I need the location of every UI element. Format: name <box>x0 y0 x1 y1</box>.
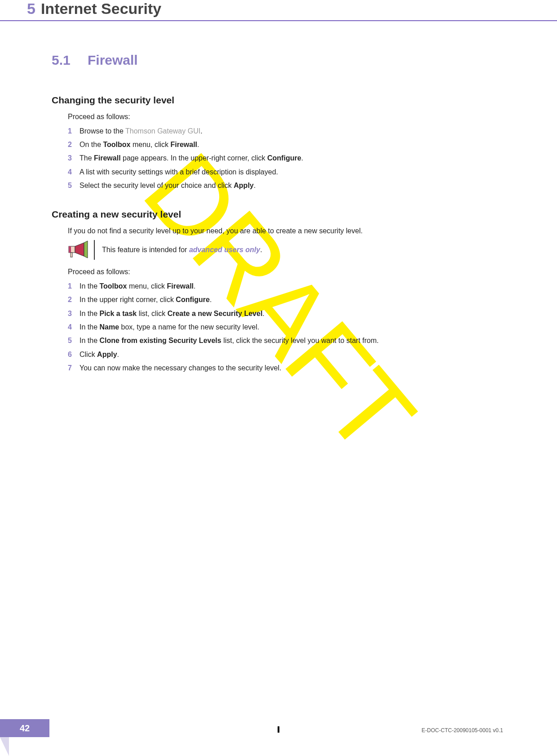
step-text: You can now make the necessary changes t… <box>80 363 494 373</box>
list-item: 7 You can now make the necessary changes… <box>68 363 494 373</box>
subheading-creating: Creating a new security level <box>52 209 494 220</box>
svg-rect-1 <box>69 246 71 253</box>
footer-marker <box>278 726 279 733</box>
step-text: In the Clone from existing Security Leve… <box>80 336 494 346</box>
step-number: 4 <box>68 322 80 332</box>
document-id: E-DOC-CTC-20090105-0001 v0.1 <box>422 727 503 734</box>
list-item: 6 Click Apply. <box>68 350 494 360</box>
link-thomson-gateway[interactable]: Thomson Gateway GUI <box>125 127 200 135</box>
section-heading: 5.1 Firewall <box>52 53 494 68</box>
step-number: 2 <box>68 295 80 305</box>
intro-text: If you do not find a security level up t… <box>68 226 494 236</box>
step-number: 7 <box>68 363 80 373</box>
step-number: 2 <box>68 140 80 150</box>
list-item: 5 In the Clone from existing Security Le… <box>68 336 494 346</box>
section-number: 5.1 <box>52 53 88 68</box>
step-text: Browse to the Thomson Gateway GUI. <box>80 126 494 136</box>
chapter-header: 5 Internet Security <box>0 0 557 21</box>
step-number: 3 <box>68 309 80 319</box>
step-text: Click Apply. <box>80 350 494 360</box>
list-item: 4 In the Name box, type a name for the n… <box>68 322 494 332</box>
list-item: 2 In the upper right corner, click Confi… <box>68 295 494 305</box>
page-footer: 42 E-DOC-CTC-20090105-0001 v0.1 <box>0 738 557 756</box>
steps-list-2: 1 In the Toolbox menu, click Firewall. 2… <box>68 281 494 374</box>
step-number: 6 <box>68 350 80 360</box>
list-item: 1 In the Toolbox menu, click Firewall. <box>68 281 494 291</box>
step-text: Select the security level of your choice… <box>80 181 494 191</box>
step-text: In the Name box, type a name for the new… <box>80 322 494 332</box>
list-item: 3 The Firewall page appears. In the uppe… <box>68 153 494 163</box>
svg-rect-4 <box>71 253 72 257</box>
step-text: On the Toolbox menu, click Firewall. <box>80 140 494 150</box>
step-text: In the upper right corner, click Configu… <box>80 295 494 305</box>
note-divider <box>94 240 95 260</box>
steps-list-1: 1 Browse to the Thomson Gateway GUI. 2 O… <box>68 126 494 191</box>
chapter-title: Internet Security <box>41 0 161 18</box>
step-number: 3 <box>68 153 80 163</box>
section-title: Firewall <box>88 53 138 68</box>
svg-marker-3 <box>84 241 88 258</box>
megaphone-icon <box>68 240 90 260</box>
list-item: 5 Select the security level of your choi… <box>68 181 494 191</box>
step-number: 5 <box>68 181 80 191</box>
step-number: 1 <box>68 126 80 136</box>
chapter-number: 5 <box>27 0 35 18</box>
intro-text: Proceed as follows: <box>68 267 494 277</box>
step-text: In the Toolbox menu, click Firewall. <box>80 281 494 291</box>
step-text: A list with security settings with a bri… <box>80 167 494 177</box>
svg-marker-2 <box>75 243 84 256</box>
note-callout: This feature is intended for advanced us… <box>68 240 494 260</box>
step-number: 5 <box>68 336 80 346</box>
list-item: 2 On the Toolbox menu, click Firewall. <box>68 140 494 150</box>
note-text: This feature is intended for advanced us… <box>102 246 262 254</box>
subheading-changing: Changing the security level <box>52 95 494 106</box>
page-content: 5.1 Firewall Changing the security level… <box>0 21 557 373</box>
page-number: 42 <box>0 719 49 737</box>
step-number: 4 <box>68 167 80 177</box>
list-item: 4 A list with security settings with a b… <box>68 167 494 177</box>
list-item: 1 Browse to the Thomson Gateway GUI. <box>68 126 494 136</box>
intro-text: Proceed as follows: <box>68 112 494 122</box>
step-number: 1 <box>68 281 80 291</box>
step-text: In the Pick a task list, click Create a … <box>80 309 494 319</box>
step-text: The Firewall page appears. In the upper-… <box>80 153 494 163</box>
list-item: 3 In the Pick a task list, click Create … <box>68 309 494 319</box>
